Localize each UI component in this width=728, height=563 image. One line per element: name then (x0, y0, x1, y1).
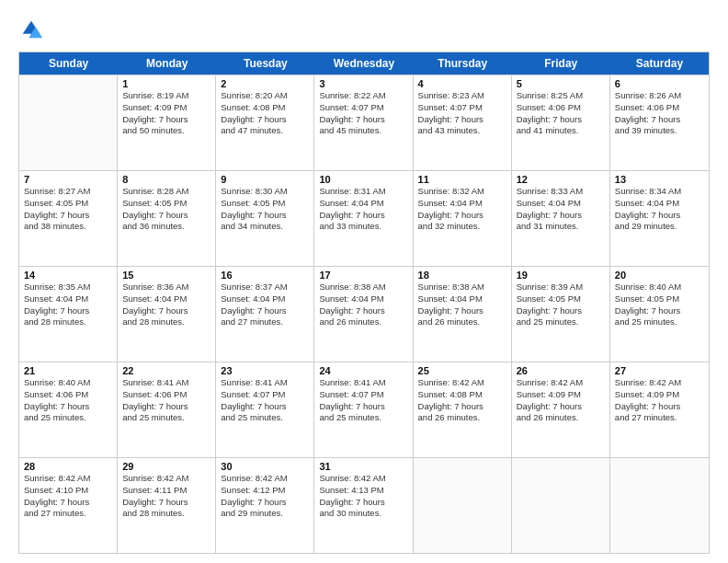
daylight-line1: Daylight: 7 hours (615, 401, 704, 413)
day-number: 15 (122, 270, 210, 281)
daylight-line1: Daylight: 7 hours (615, 210, 704, 222)
day-number: 2 (221, 78, 309, 89)
daylight-line1: Daylight: 7 hours (122, 401, 210, 413)
day-number: 14 (24, 270, 112, 281)
day-number: 12 (517, 174, 605, 185)
sunrise-text: Sunrise: 8:25 AM (517, 90, 605, 102)
daylight-line1: Daylight: 7 hours (418, 401, 506, 413)
sunrise-text: Sunrise: 8:32 AM (418, 186, 506, 198)
logo-icon (18, 17, 44, 42)
cal-cell: 13Sunrise: 8:34 AMSunset: 4:04 PMDayligh… (610, 171, 709, 266)
sunset-text: Sunset: 4:07 PM (319, 389, 407, 401)
day-number: 6 (615, 78, 704, 89)
daylight-line2: and 28 minutes. (24, 316, 112, 328)
cal-cell: 27Sunrise: 8:42 AMSunset: 4:09 PMDayligh… (610, 362, 709, 457)
sunset-text: Sunset: 4:09 PM (517, 389, 605, 401)
calendar: SundayMondayTuesdayWednesdayThursdayFrid… (18, 52, 710, 554)
sunrise-text: Sunrise: 8:31 AM (319, 186, 407, 198)
cal-cell: 4Sunrise: 8:23 AMSunset: 4:07 PMDaylight… (414, 75, 512, 170)
cal-cell: 22Sunrise: 8:41 AMSunset: 4:06 PMDayligh… (118, 362, 216, 457)
week-row-2: 14Sunrise: 8:35 AMSunset: 4:04 PMDayligh… (19, 266, 709, 362)
daylight-line1: Daylight: 7 hours (418, 114, 506, 126)
sunrise-text: Sunrise: 8:30 AM (221, 186, 309, 198)
header-day-thursday: Thursday (414, 52, 512, 75)
sunset-text: Sunset: 4:04 PM (418, 293, 506, 305)
sunset-text: Sunset: 4:06 PM (24, 389, 112, 401)
daylight-line2: and 26 minutes. (517, 412, 605, 424)
daylight-line2: and 43 minutes. (418, 125, 506, 137)
daylight-line2: and 27 minutes. (615, 412, 704, 424)
sunset-text: Sunset: 4:08 PM (221, 102, 309, 114)
daylight-line1: Daylight: 7 hours (24, 401, 112, 413)
week-row-3: 21Sunrise: 8:40 AMSunset: 4:06 PMDayligh… (19, 362, 709, 457)
sunrise-text: Sunrise: 8:39 AM (517, 282, 605, 293)
cal-cell (414, 458, 512, 553)
cal-cell: 25Sunrise: 8:42 AMSunset: 4:08 PMDayligh… (414, 362, 512, 457)
daylight-line2: and 26 minutes. (418, 316, 506, 328)
daylight-line1: Daylight: 7 hours (615, 305, 704, 317)
cal-cell: 29Sunrise: 8:42 AMSunset: 4:11 PMDayligh… (118, 458, 216, 553)
daylight-line2: and 25 minutes. (615, 316, 704, 328)
day-number: 10 (319, 174, 407, 185)
daylight-line2: and 25 minutes. (24, 412, 112, 424)
cal-cell: 23Sunrise: 8:41 AMSunset: 4:07 PMDayligh… (216, 362, 314, 457)
sunrise-text: Sunrise: 8:42 AM (319, 473, 407, 485)
sunset-text: Sunset: 4:07 PM (418, 102, 506, 114)
sunrise-text: Sunrise: 8:38 AM (418, 282, 506, 293)
sunrise-text: Sunrise: 8:19 AM (122, 90, 210, 102)
week-row-4: 28Sunrise: 8:42 AMSunset: 4:10 PMDayligh… (19, 457, 709, 553)
daylight-line1: Daylight: 7 hours (418, 305, 506, 317)
cal-cell (19, 75, 118, 170)
cal-cell: 8Sunrise: 8:28 AMSunset: 4:05 PMDaylight… (118, 171, 216, 266)
daylight-line2: and 47 minutes. (221, 125, 309, 137)
cal-cell: 14Sunrise: 8:35 AMSunset: 4:04 PMDayligh… (19, 267, 118, 362)
cal-cell: 31Sunrise: 8:42 AMSunset: 4:13 PMDayligh… (314, 458, 413, 553)
day-number: 31 (319, 461, 407, 472)
cal-cell: 28Sunrise: 8:42 AMSunset: 4:10 PMDayligh… (19, 458, 118, 553)
sunset-text: Sunset: 4:12 PM (221, 485, 309, 497)
cal-cell: 3Sunrise: 8:22 AMSunset: 4:07 PMDaylight… (314, 75, 413, 170)
cal-cell: 16Sunrise: 8:37 AMSunset: 4:04 PMDayligh… (216, 267, 314, 362)
cal-cell: 26Sunrise: 8:42 AMSunset: 4:09 PMDayligh… (512, 362, 610, 457)
sunrise-text: Sunrise: 8:42 AM (517, 377, 605, 389)
daylight-line2: and 26 minutes. (418, 412, 506, 424)
sunset-text: Sunset: 4:06 PM (122, 389, 210, 401)
day-number: 18 (418, 270, 506, 281)
daylight-line2: and 28 minutes. (122, 316, 210, 328)
daylight-line2: and 29 minutes. (221, 508, 309, 520)
day-number: 28 (24, 461, 112, 472)
daylight-line2: and 31 minutes. (517, 221, 605, 233)
cal-cell: 9Sunrise: 8:30 AMSunset: 4:05 PMDaylight… (216, 171, 314, 266)
sunset-text: Sunset: 4:04 PM (517, 198, 605, 210)
cal-cell: 1Sunrise: 8:19 AMSunset: 4:09 PMDaylight… (118, 75, 216, 170)
header (18, 17, 710, 42)
sunrise-text: Sunrise: 8:42 AM (221, 473, 309, 485)
header-day-friday: Friday (512, 52, 610, 75)
daylight-line2: and 29 minutes. (615, 221, 704, 233)
cal-cell: 5Sunrise: 8:25 AMSunset: 4:06 PMDaylight… (512, 75, 610, 170)
header-day-monday: Monday (118, 52, 216, 75)
sunrise-text: Sunrise: 8:40 AM (24, 377, 112, 389)
day-number: 21 (24, 365, 112, 376)
daylight-line2: and 39 minutes. (615, 125, 704, 137)
daylight-line2: and 36 minutes. (122, 221, 210, 233)
sunrise-text: Sunrise: 8:33 AM (517, 186, 605, 198)
daylight-line2: and 28 minutes. (122, 508, 210, 520)
daylight-line1: Daylight: 7 hours (319, 497, 407, 509)
sunset-text: Sunset: 4:09 PM (122, 102, 210, 114)
daylight-line1: Daylight: 7 hours (319, 114, 407, 126)
daylight-line1: Daylight: 7 hours (615, 114, 704, 126)
calendar-body: 1Sunrise: 8:19 AMSunset: 4:09 PMDaylight… (19, 75, 709, 553)
day-number: 5 (517, 78, 605, 89)
cal-cell: 15Sunrise: 8:36 AMSunset: 4:04 PMDayligh… (118, 267, 216, 362)
cal-cell: 6Sunrise: 8:26 AMSunset: 4:06 PMDaylight… (610, 75, 709, 170)
daylight-line1: Daylight: 7 hours (517, 114, 605, 126)
daylight-line1: Daylight: 7 hours (221, 210, 309, 222)
sunset-text: Sunset: 4:04 PM (615, 198, 704, 210)
sunset-text: Sunset: 4:04 PM (418, 198, 506, 210)
daylight-line1: Daylight: 7 hours (24, 305, 112, 317)
calendar-header: SundayMondayTuesdayWednesdayThursdayFrid… (19, 52, 709, 75)
cal-cell: 17Sunrise: 8:38 AMSunset: 4:04 PMDayligh… (314, 267, 413, 362)
sunset-text: Sunset: 4:10 PM (24, 485, 112, 497)
daylight-line2: and 27 minutes. (221, 316, 309, 328)
